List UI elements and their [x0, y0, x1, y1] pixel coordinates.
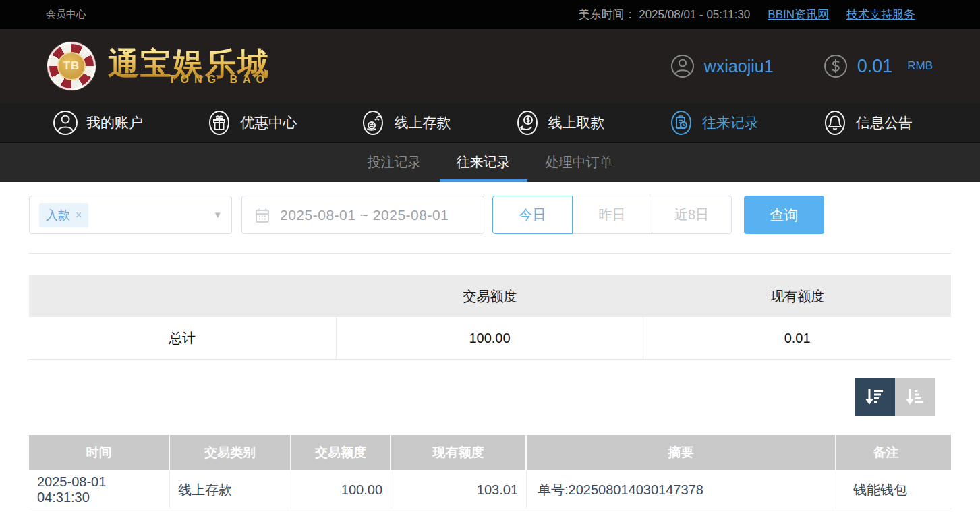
nav-online-withdraw[interactable]: 线上取款 [515, 110, 605, 136]
deposit-icon [360, 110, 386, 136]
tab-betting-records[interactable]: 投注记录 [351, 143, 438, 182]
search-button[interactable]: 查询 [744, 196, 824, 234]
user-account[interactable]: wxiaojiu1 [670, 54, 774, 78]
summary-total-row: 总计 100.00 0.01 [29, 317, 951, 360]
summary-total-label: 总计 [29, 317, 337, 359]
sub-tabs: 投注记录 往来记录 处理中订单 [0, 143, 980, 182]
balance-amount: 0.01 [857, 56, 893, 77]
date-range-value: 2025-08-01 ~ 2025-08-01 [280, 207, 449, 223]
balance-display[interactable]: 0.01 RMB [824, 54, 933, 78]
cell-time: 2025-08-01 04:31:30 [29, 471, 170, 509]
topbar-right: 美东时间： 2025/08/01 - 05:11:30 BBIN资讯网 技术支持… [578, 7, 915, 22]
summary-header-row: 交易额度 现有额度 [29, 275, 951, 317]
sort-descending-icon [863, 385, 886, 408]
records-table: 时间 交易类别 交易额度 现有额度 摘要 备注 2025-08-01 04:31… [29, 435, 951, 509]
divider [29, 253, 951, 254]
user-avatar-icon [670, 54, 695, 78]
logo-bar: TB 通宝娱乐城 TONG BAO wxiaojiu1 0.01 RMB [0, 29, 980, 103]
filter-row: 入款 × ▼ 2025-08-01 ~ 2025-08-01 今日 昨日 近8日… [29, 196, 980, 234]
tag-label: 入款 [46, 207, 70, 223]
cell-summary: 单号:202508014030147378 [527, 471, 836, 509]
cell-transaction-amount: 100.00 [291, 471, 391, 509]
summary-table: 交易额度 现有额度 总计 100.00 0.01 [29, 275, 951, 360]
nav-announcements[interactable]: 信息公告 [822, 110, 913, 136]
bbin-news-link[interactable]: BBIN资讯网 [768, 7, 829, 22]
dollar-coin-icon [824, 54, 848, 78]
col-header-time: 时间 [29, 435, 170, 470]
main-nav: 我的账户 优惠中心 线上存款 线上取款 [0, 103, 980, 143]
tab-transaction-records[interactable]: 往来记录 [440, 143, 527, 182]
records-header-row: 时间 交易类别 交易额度 现有额度 摘要 备注 [29, 435, 951, 471]
sort-ascending-button[interactable] [895, 378, 935, 416]
quick-date-buttons: 今日 昨日 近8日 [492, 196, 732, 234]
page-title: 会员中心 [46, 8, 86, 21]
topbar: 会员中心 美东时间： 2025/08/01 - 05:11:30 BBIN资讯网… [0, 0, 980, 29]
nav-promotions[interactable]: 优惠中心 [206, 110, 297, 136]
gift-icon [206, 110, 232, 136]
date-range-picker[interactable]: 2025-08-01 ~ 2025-08-01 [241, 196, 484, 234]
table-row: 2025-08-01 04:31:30 线上存款 100.00 103.01 单… [29, 471, 951, 509]
col-header-summary: 摘要 [527, 435, 836, 470]
tech-support-link[interactable]: 技术支持服务 [846, 7, 915, 22]
summary-header-transaction-amount: 交易额度 [337, 287, 644, 306]
bell-icon [822, 110, 848, 136]
nav-transaction-records[interactable]: 往来记录 [668, 110, 759, 136]
col-header-remark: 备注 [836, 435, 935, 470]
col-header-transaction-amount: 交易额度 [291, 435, 391, 470]
chip-badge: TB [57, 52, 86, 80]
records-icon [668, 110, 694, 136]
sort-ascending-icon [904, 385, 927, 408]
calendar-icon [254, 207, 270, 223]
eastern-time-label: 美东时间： [578, 8, 635, 21]
tab-processing-orders[interactable]: 处理中订单 [529, 143, 630, 182]
sort-descending-button[interactable] [855, 378, 895, 416]
selected-type-tag: 入款 × [39, 203, 88, 227]
withdraw-icon [515, 110, 540, 136]
chevron-down-icon: ▼ [213, 210, 222, 220]
cell-current-amount: 103.01 [391, 471, 527, 509]
nav-label: 线上存款 [394, 113, 451, 132]
nav-label: 我的账户 [86, 113, 143, 132]
casino-chip-logo-icon: TB [47, 42, 96, 90]
today-button[interactable]: 今日 [492, 196, 573, 234]
col-header-type: 交易类别 [170, 435, 291, 470]
tag-close-icon[interactable]: × [76, 209, 82, 221]
nav-label: 往来记录 [702, 113, 759, 132]
sort-controls [0, 378, 935, 416]
summary-current-amount: 0.01 [643, 317, 951, 359]
col-header-current-amount: 现有额度 [391, 435, 527, 470]
yesterday-button[interactable]: 昨日 [572, 196, 652, 234]
transaction-type-select[interactable]: 入款 × ▼ [29, 196, 232, 234]
nav-label: 线上取款 [548, 113, 605, 132]
username: wxiaojiu1 [704, 57, 774, 76]
cell-remark: 钱能钱包 [836, 471, 935, 509]
nav-label: 信息公告 [856, 113, 913, 132]
logo-text: 通宝娱乐城 TONG BAO [108, 47, 270, 86]
last-8-days-button[interactable]: 近8日 [652, 196, 732, 234]
eastern-time: 美东时间： 2025/08/01 - 05:11:30 [578, 7, 750, 22]
cell-type: 线上存款 [170, 471, 291, 509]
nav-online-deposit[interactable]: 线上存款 [360, 110, 451, 136]
summary-header-current-amount: 现有额度 [643, 287, 951, 306]
eastern-time-value: 2025/08/01 - 05:11:30 [639, 8, 750, 21]
account-area: wxiaojiu1 0.01 RMB [670, 54, 933, 78]
nav-my-account[interactable]: 我的账户 [53, 110, 143, 136]
balance-currency: RMB [907, 59, 933, 73]
nav-label: 优惠中心 [240, 113, 297, 132]
summary-transaction-amount: 100.00 [337, 317, 644, 359]
user-icon [53, 110, 78, 136]
